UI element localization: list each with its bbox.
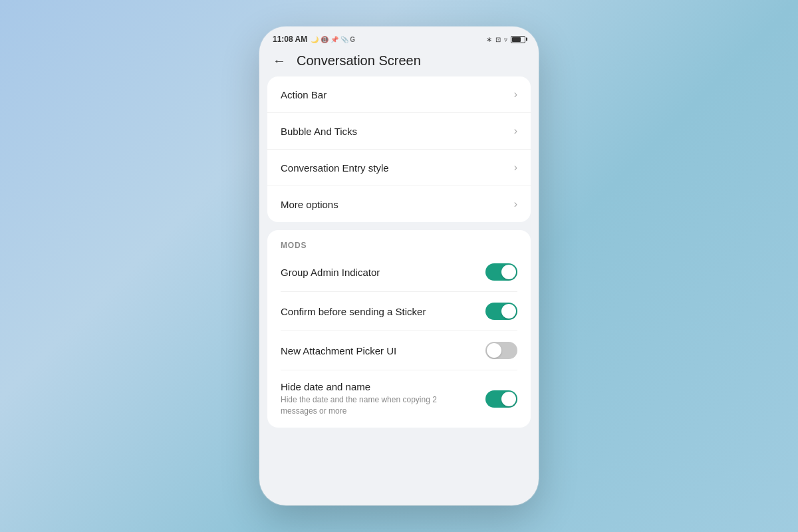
bluetooth-icon: ∗ bbox=[486, 35, 492, 44]
mods-section: MODS Group Admin Indicator Confirm befor… bbox=[267, 230, 531, 428]
battery-icon bbox=[511, 36, 525, 43]
toggle-sublabel-hide-date-name: Hide the date and the name when copying … bbox=[281, 394, 475, 417]
toggle-item-group-admin: Group Admin Indicator bbox=[281, 253, 517, 292]
toggle-label-attachment-picker: New Attachment Picker UI bbox=[281, 345, 475, 356]
screen-icon: ⊡ bbox=[495, 36, 501, 43]
menu-item-more-options[interactable]: More options › bbox=[267, 186, 531, 222]
toggle-hide-date-name[interactable] bbox=[485, 390, 517, 408]
phone-frame: 11:08 AM 🌙 📵 📌 📎 G ∗ ⊡ ▿ ← Conversation … bbox=[259, 27, 539, 505]
toggle-text-group-admin: Group Admin Indicator bbox=[281, 267, 485, 278]
wifi-icon: ▿ bbox=[504, 36, 507, 43]
status-icons: 🌙 📵 📌 📎 G bbox=[311, 36, 355, 43]
top-bar: ← Conversation Screen bbox=[259, 48, 539, 76]
menu-item-label-action-bar: Action Bar bbox=[281, 89, 327, 100]
page-title: Conversation Screen bbox=[297, 53, 421, 68]
toggle-text-attachment-picker: New Attachment Picker UI bbox=[281, 345, 485, 356]
chevron-icon-bubble-ticks: › bbox=[514, 125, 517, 137]
toggle-item-attachment-picker: New Attachment Picker UI bbox=[281, 331, 517, 370]
toggle-label-confirm-sticker: Confirm before sending a Sticker bbox=[281, 306, 475, 317]
toggle-item-hide-date-name: Hide date and name Hide the date and the… bbox=[281, 370, 517, 428]
content-scroll: Action Bar › Bubble And Ticks › Conversa… bbox=[259, 76, 539, 489]
battery-fill bbox=[512, 37, 521, 42]
chevron-icon-more-options: › bbox=[514, 198, 517, 210]
status-left: 11:08 AM 🌙 📵 📌 📎 G bbox=[273, 35, 355, 44]
menu-item-label-conversation-entry: Conversation Entry style bbox=[281, 162, 389, 174]
toggle-knob-attachment-picker bbox=[487, 343, 501, 358]
menu-item-conversation-entry[interactable]: Conversation Entry style › bbox=[267, 150, 531, 186]
mods-card: MODS Group Admin Indicator Confirm befor… bbox=[267, 230, 531, 428]
toggle-knob-confirm-sticker bbox=[501, 304, 516, 319]
status-right: ∗ ⊡ ▿ bbox=[486, 35, 525, 44]
toggle-text-confirm-sticker: Confirm before sending a Sticker bbox=[281, 306, 485, 317]
toggle-label-group-admin: Group Admin Indicator bbox=[281, 267, 475, 278]
toggle-item-confirm-sticker: Confirm before sending a Sticker bbox=[281, 292, 517, 331]
mods-label: MODS bbox=[281, 241, 517, 250]
chevron-icon-conversation-entry: › bbox=[514, 162, 517, 174]
toggle-text-hide-date-name: Hide date and name Hide the date and the… bbox=[281, 381, 485, 417]
toggle-knob-group-admin bbox=[501, 265, 516, 279]
toggle-confirm-sticker[interactable] bbox=[485, 303, 517, 320]
status-bar: 11:08 AM 🌙 📵 📌 📎 G ∗ ⊡ ▿ bbox=[259, 27, 539, 48]
menu-item-action-bar[interactable]: Action Bar › bbox=[267, 76, 531, 113]
chevron-icon-action-bar: › bbox=[514, 88, 517, 100]
toggle-label-hide-date-name: Hide date and name bbox=[281, 381, 475, 392]
menu-card: Action Bar › Bubble And Ticks › Conversa… bbox=[267, 76, 531, 222]
status-time: 11:08 AM bbox=[273, 35, 307, 44]
menu-item-label-bubble-ticks: Bubble And Ticks bbox=[281, 126, 357, 137]
menu-item-bubble-ticks[interactable]: Bubble And Ticks › bbox=[267, 113, 531, 150]
back-button[interactable]: ← bbox=[273, 53, 286, 68]
menu-item-label-more-options: More options bbox=[281, 199, 338, 210]
toggle-knob-hide-date-name bbox=[501, 392, 516, 406]
toggle-attachment-picker[interactable] bbox=[485, 342, 517, 359]
toggle-group-admin[interactable] bbox=[485, 263, 517, 281]
